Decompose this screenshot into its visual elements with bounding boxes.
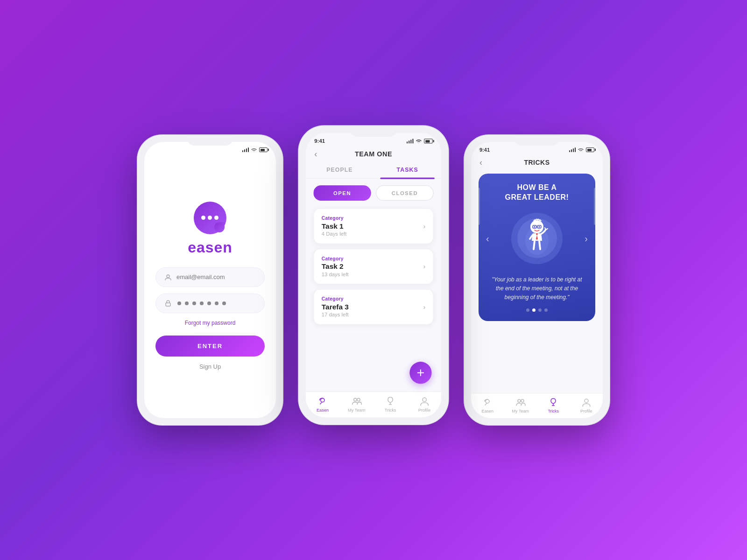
svg-point-16 bbox=[539, 226, 540, 227]
nav-label-profile-3: Profile bbox=[580, 409, 592, 413]
myteam-nav-icon-3 bbox=[515, 397, 526, 407]
svg-point-24 bbox=[585, 399, 588, 403]
tricks-content: ‹ TRICKS HOW BE AGREAT LEADER! ‹ bbox=[471, 155, 603, 418]
quote-area: "Your job as a leader is to be right at … bbox=[486, 275, 588, 302]
lock-icon bbox=[164, 300, 172, 307]
header-title-2: TEAM ONE bbox=[355, 150, 392, 158]
email-input[interactable] bbox=[176, 273, 256, 280]
slide-dots bbox=[486, 308, 588, 312]
svg-point-0 bbox=[167, 275, 169, 278]
wifi-icon-3 bbox=[578, 147, 584, 152]
back-button-3[interactable]: ‹ bbox=[479, 158, 482, 168]
svg-rect-1 bbox=[166, 303, 170, 306]
logo-container: easen bbox=[188, 202, 233, 256]
nav-item-easen-2[interactable]: Easen bbox=[306, 396, 340, 413]
signup-link[interactable]: Sign Up bbox=[199, 363, 221, 370]
back-button-2[interactable]: ‹ bbox=[314, 149, 317, 159]
profile-nav-icon-2 bbox=[419, 396, 430, 406]
wifi-icon bbox=[251, 147, 257, 152]
svg-point-21 bbox=[521, 399, 524, 402]
tricks-card-title: HOW BE AGREAT LEADER! bbox=[486, 183, 588, 203]
fab-add-task[interactable] bbox=[409, 362, 431, 384]
easen-nav-icon-3 bbox=[482, 397, 493, 407]
tab-tasks[interactable]: TASKS bbox=[374, 162, 441, 178]
enter-button[interactable]: ENTER bbox=[155, 336, 265, 357]
task-name-2: Task 2 bbox=[322, 262, 349, 271]
add-icon bbox=[416, 368, 426, 378]
tabs-row: PEOPLE TASKS bbox=[306, 162, 441, 179]
task-name-3: Tarefa 3 bbox=[322, 302, 349, 311]
profile-nav-icon-3 bbox=[581, 397, 592, 407]
nav-item-tricks-3[interactable]: Tricks bbox=[537, 397, 570, 413]
accent-bar-right bbox=[594, 188, 595, 225]
quote-text: "Your job as a leader is to be right at … bbox=[491, 275, 583, 302]
password-field[interactable] bbox=[155, 294, 265, 313]
app-name: easen bbox=[188, 239, 233, 256]
nav-item-easen-3[interactable]: Easen bbox=[471, 397, 504, 413]
app-logo-icon bbox=[194, 202, 226, 234]
myteam-nav-icon-2 bbox=[351, 396, 362, 406]
nav-item-profile-3[interactable]: Profile bbox=[570, 397, 603, 413]
task-days-2: 13 days left bbox=[322, 271, 349, 277]
svg-rect-3 bbox=[417, 372, 424, 373]
signal-icon-2 bbox=[407, 139, 414, 143]
tricks-card: HOW BE AGREAT LEADER! ‹ bbox=[479, 174, 595, 321]
easen-nav-icon-2 bbox=[317, 396, 328, 406]
notch-3 bbox=[514, 135, 560, 146]
phone-2-tasks: 9:41 ‹ TEAM ONE bbox=[299, 126, 448, 424]
user-icon bbox=[164, 273, 172, 281]
forgot-password-link[interactable]: Forgot my password bbox=[185, 320, 236, 326]
svg-point-19 bbox=[486, 399, 489, 403]
task-category-1: Category bbox=[322, 216, 347, 221]
email-field[interactable] bbox=[155, 267, 265, 287]
task-card-3[interactable]: Category Tarefa 3 17 days left › bbox=[313, 289, 434, 325]
notch-2 bbox=[350, 126, 398, 137]
closed-toggle[interactable]: CLOSED bbox=[376, 185, 434, 201]
tricks-nav-icon-2 bbox=[385, 396, 396, 406]
slide-left-arrow[interactable]: ‹ bbox=[486, 233, 489, 244]
tricks-nav-icon-3 bbox=[548, 397, 558, 407]
signal-icon-3 bbox=[569, 147, 576, 152]
character-area: ‹ bbox=[486, 208, 588, 269]
task-days-3: 17 days left bbox=[322, 312, 349, 317]
tab-people[interactable]: PEOPLE bbox=[306, 162, 374, 178]
open-toggle[interactable]: OPEN bbox=[313, 185, 371, 201]
nav-item-myteam-2[interactable]: My Team bbox=[339, 396, 374, 413]
svg-point-4 bbox=[321, 398, 324, 402]
password-dots bbox=[176, 301, 227, 305]
dot-3 bbox=[538, 308, 542, 312]
nav-item-myteam-3[interactable]: My Team bbox=[504, 397, 537, 413]
task-name-1: Task 1 bbox=[322, 222, 347, 230]
phone-1-login: easen Forgot my password ENTER bbox=[138, 135, 282, 425]
nav-label-tricks-2: Tricks bbox=[385, 408, 396, 413]
task-card-2[interactable]: Category Task 2 13 days left › bbox=[313, 249, 434, 284]
task-days-1: 4 Days left bbox=[322, 231, 347, 237]
svg-point-6 bbox=[357, 398, 360, 401]
header-title-3: TRICKS bbox=[524, 159, 550, 166]
svg-point-5 bbox=[354, 398, 357, 401]
svg-point-9 bbox=[423, 398, 426, 401]
character-inner bbox=[517, 218, 557, 258]
wifi-icon-2 bbox=[416, 139, 422, 143]
dot-2 bbox=[532, 308, 536, 312]
nav-item-tricks-2[interactable]: Tricks bbox=[374, 396, 408, 413]
nav-header-2: ‹ TEAM ONE bbox=[306, 147, 441, 162]
svg-line-17 bbox=[534, 241, 535, 249]
status-time-2: 9:41 bbox=[314, 138, 325, 144]
login-content: easen Forgot my password ENTER bbox=[144, 155, 276, 418]
task-category-2: Category bbox=[322, 256, 349, 261]
task-card-1[interactable]: Category Task 1 4 Days left › bbox=[313, 209, 434, 244]
status-icons-2 bbox=[407, 139, 433, 143]
task-arrow-1: › bbox=[423, 222, 425, 230]
character-illustration bbox=[521, 217, 553, 259]
nav-label-myteam-2: My Team bbox=[348, 408, 365, 413]
slide-right-arrow[interactable]: › bbox=[585, 233, 588, 244]
status-time-3: 9:41 bbox=[479, 147, 490, 153]
logo-dots bbox=[201, 216, 218, 220]
signal-icon bbox=[242, 147, 249, 152]
nav-item-profile-2[interactable]: Profile bbox=[408, 396, 442, 413]
dot-4 bbox=[544, 308, 548, 312]
bottom-nav-3: Easen My Team bbox=[471, 393, 603, 418]
task-info-3: Category Tarefa 3 17 days left bbox=[322, 296, 349, 317]
svg-point-20 bbox=[518, 399, 521, 402]
